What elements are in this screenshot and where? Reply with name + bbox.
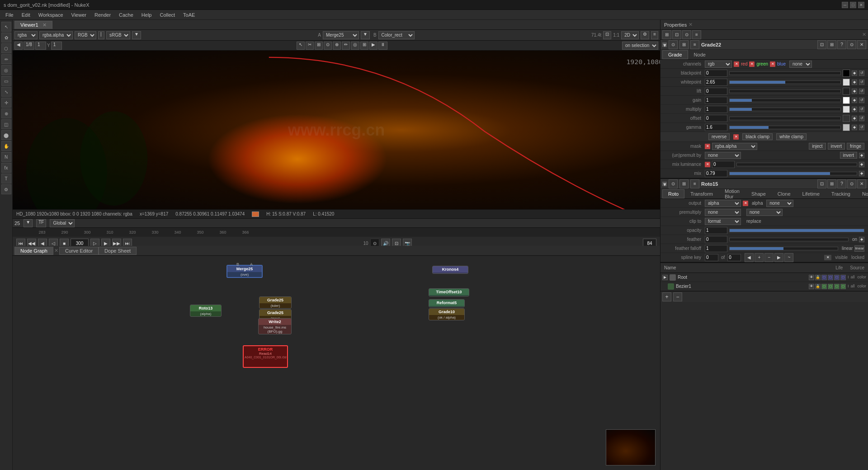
menu-viewer[interactable]: Viewer [68, 11, 90, 19]
on-selection-select[interactable]: on selection [622, 42, 658, 50]
tool-transform[interactable]: ⤡ [1, 87, 11, 97]
unpremult-select[interactable]: none [705, 152, 741, 159]
mix-slider[interactable] [729, 172, 857, 175]
roto-tab-lifetime[interactable]: Lifetime [797, 189, 826, 198]
menu-collect[interactable]: Collect [156, 11, 179, 19]
tool-zoom[interactable]: ⊕ [1, 108, 11, 118]
root-c2[interactable]: □ [828, 275, 833, 280]
bezier1-c3[interactable]: □ [834, 284, 840, 289]
add-layer-btn[interactable]: + [662, 292, 671, 301]
gamma-slider[interactable] [729, 126, 841, 129]
inject-btn[interactable]: inject [809, 143, 826, 150]
props-btn-4[interactable]: ≡ [692, 30, 701, 39]
tool-pointer[interactable]: ↖ [1, 22, 11, 32]
roto-feather-falloff-input[interactable] [705, 245, 727, 252]
tab-curve-editor[interactable]: Curve Editor [59, 247, 99, 255]
fringe-btn[interactable]: fringe [847, 143, 864, 150]
grade-icon-3[interactable]: ≡ [690, 40, 699, 49]
roto-opacity-slider[interactable] [729, 229, 864, 232]
unpremult-anim[interactable]: ◆ [859, 153, 864, 158]
gamma-reset[interactable]: ↺ [859, 125, 864, 130]
bezier1-eye[interactable]: 👁 [809, 284, 814, 289]
roto-spline-key-input[interactable] [705, 254, 718, 261]
tool-play[interactable]: ▶ [369, 42, 377, 50]
menu-edit[interactable]: Edit [18, 11, 34, 19]
mask-select[interactable]: rgba.alpha [712, 143, 757, 150]
roto-tab-motion-blur[interactable]: Motion Blur [719, 187, 745, 201]
grade-btn-1[interactable]: ⊡ [817, 40, 826, 49]
bezier1-c2[interactable]: □ [828, 284, 833, 289]
node-kronos4[interactable]: Kronos4 [432, 266, 468, 274]
gain-swatch[interactable] [843, 97, 850, 104]
tool-nuke[interactable]: N [1, 152, 11, 162]
root-lock[interactable]: 🔒 [815, 275, 821, 280]
tab-dope-sheet[interactable]: Dope Sheet [99, 247, 137, 255]
prev-frame-btn[interactable]: ◀ [14, 42, 23, 50]
gain-input[interactable] [705, 97, 727, 104]
roto-feather-input[interactable] [705, 236, 727, 243]
viewer-more[interactable]: ≡ [651, 31, 658, 39]
roto-feather-anim[interactable]: ◆ [859, 237, 864, 242]
props-btn-1[interactable]: ⊞ [662, 30, 671, 39]
whitepoint-reset[interactable]: ↺ [859, 80, 864, 85]
menu-workspace[interactable]: Workspace [35, 11, 67, 19]
roto-premultiply-select[interactable]: none [705, 209, 741, 216]
whitepoint-slider[interactable] [729, 80, 841, 84]
tool-select[interactable]: ↖ [297, 42, 305, 50]
roto-key-curve[interactable]: ~ [784, 253, 793, 262]
lut-select[interactable]: sRGB [106, 31, 130, 39]
grade-btn-4[interactable]: ⊙ [847, 40, 856, 49]
root-c1[interactable]: □ [821, 275, 827, 280]
close-button[interactable]: ✕ [858, 2, 864, 8]
mix-lum-x[interactable]: ✕ [705, 162, 710, 167]
roto-key-del[interactable]: − [764, 253, 774, 262]
tool-move[interactable]: ✛ [1, 98, 11, 108]
channels-x[interactable]: ✕ [734, 61, 739, 67]
roto-falloff-anim[interactable]: linear [854, 245, 864, 252]
roto-btn-close[interactable]: ✕ [857, 179, 866, 188]
lift-reset[interactable]: ↺ [859, 89, 864, 94]
tool-bezier[interactable]: ⬡ [1, 43, 11, 53]
grade-btn-2[interactable]: ⊞ [827, 40, 836, 49]
tool-track[interactable]: ⊕ [333, 42, 341, 50]
grade-tab-grade[interactable]: Grade [662, 50, 688, 59]
merge-options[interactable]: ▼ [361, 31, 370, 39]
tool-paint[interactable]: ✏ [1, 54, 11, 64]
multiply-swatch[interactable] [843, 106, 850, 113]
gain-anim[interactable]: ◆ [852, 98, 857, 103]
root-c3[interactable]: □ [834, 275, 840, 280]
offset-input[interactable] [705, 115, 727, 122]
roto-tab-roto[interactable]: Roto [662, 189, 684, 198]
lut-options[interactable]: ▼ [132, 31, 141, 39]
roto-btn-1[interactable]: ⊡ [817, 179, 826, 188]
roto-btn-2[interactable]: ⊞ [827, 179, 836, 188]
mix-anim[interactable]: ◆ [859, 171, 864, 176]
node-canvas[interactable]: Roto13 (alpha) B A Merge25 (ove) Grade25… [13, 256, 660, 470]
blackpoint-input[interactable] [705, 70, 727, 77]
viewer-settings[interactable]: ⚙ [641, 31, 649, 39]
mix-input[interactable] [705, 170, 727, 177]
mask-x[interactable]: ✕ [705, 144, 710, 149]
grade-icon-2[interactable]: ⊞ [679, 40, 689, 49]
tool-warp[interactable]: ⊞ [315, 42, 323, 50]
y-value[interactable]: 1 [51, 42, 62, 50]
multiply-input[interactable] [705, 106, 727, 113]
green-x[interactable]: ✕ [770, 61, 775, 67]
props-btn-3[interactable]: ⊙ [682, 30, 691, 39]
tool-settings[interactable]: ⚙ [1, 184, 11, 194]
tool-roto2[interactable]: ⊙ [324, 42, 332, 50]
offset-reset[interactable]: ↺ [859, 116, 864, 121]
roto-key-prev[interactable]: ◀ [745, 253, 754, 262]
multiply-slider[interactable] [729, 108, 841, 111]
channels-none-select[interactable]: none [789, 61, 812, 68]
tool-fx[interactable]: fx [1, 163, 11, 173]
roto-tab-clone[interactable]: Clone [772, 189, 797, 198]
zoom-fit[interactable]: ⊡ [603, 31, 611, 39]
tool-clone2[interactable]: ◎ [351, 42, 359, 50]
roto-alpha-select[interactable]: none [766, 200, 793, 207]
node-write2[interactable]: Write2 house_fire.ms(BFO).gg [258, 318, 292, 334]
multiply-anim[interactable]: ◆ [852, 107, 857, 112]
gamma-swatch[interactable] [843, 124, 850, 131]
grade-btn-3[interactable]: ? [837, 40, 846, 49]
lift-anim[interactable]: ◆ [852, 89, 857, 94]
